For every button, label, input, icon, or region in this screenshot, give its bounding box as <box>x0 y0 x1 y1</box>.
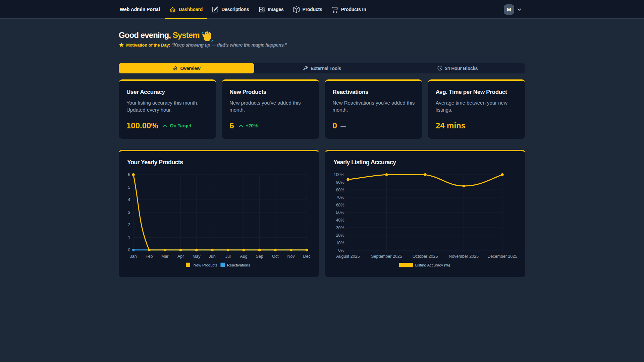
svg-text:Jan: Jan <box>130 254 137 259</box>
svg-text:Apr: Apr <box>177 254 184 259</box>
svg-text:Jul: Jul <box>225 254 231 259</box>
svg-text:November 2025: November 2025 <box>449 254 479 259</box>
svg-text:80%: 80% <box>336 188 344 192</box>
svg-text:50%: 50% <box>336 210 344 215</box>
svg-text:Reactivations: Reactivations <box>227 263 250 267</box>
svg-text:Feb: Feb <box>146 254 153 259</box>
svg-text:Nov: Nov <box>287 254 295 259</box>
svg-text:40%: 40% <box>336 218 344 223</box>
svg-text:6: 6 <box>128 172 130 177</box>
svg-text:August 2025: August 2025 <box>336 254 360 259</box>
svg-text:60%: 60% <box>336 203 344 207</box>
svg-text:May: May <box>193 254 201 259</box>
svg-text:Mar: Mar <box>161 254 169 259</box>
svg-text:New Products: New Products <box>194 263 218 267</box>
svg-text:10%: 10% <box>336 241 344 245</box>
svg-text:3: 3 <box>128 210 130 215</box>
svg-text:Listing Accuracy (%): Listing Accuracy (%) <box>415 263 450 267</box>
svg-text:30%: 30% <box>336 226 344 230</box>
svg-text:0: 0 <box>128 248 130 252</box>
svg-text:0%: 0% <box>338 248 344 253</box>
svg-text:December 2025: December 2025 <box>487 254 517 259</box>
svg-text:100%: 100% <box>334 172 344 177</box>
svg-text:Sep: Sep <box>256 254 263 259</box>
svg-text:5: 5 <box>128 185 130 190</box>
svg-text:90%: 90% <box>336 180 344 185</box>
svg-text:70%: 70% <box>336 195 344 200</box>
svg-text:October 2025: October 2025 <box>413 254 438 259</box>
svg-text:Jun: Jun <box>209 254 216 259</box>
svg-text:4: 4 <box>128 197 130 202</box>
svg-text:Oct: Oct <box>272 254 279 259</box>
svg-text:2: 2 <box>128 223 130 227</box>
svg-text:Dec: Dec <box>303 254 311 259</box>
svg-text:20%: 20% <box>336 233 344 238</box>
svg-text:1: 1 <box>128 235 130 240</box>
svg-text:Aug: Aug <box>240 254 248 259</box>
svg-text:September 2025: September 2025 <box>371 254 402 259</box>
